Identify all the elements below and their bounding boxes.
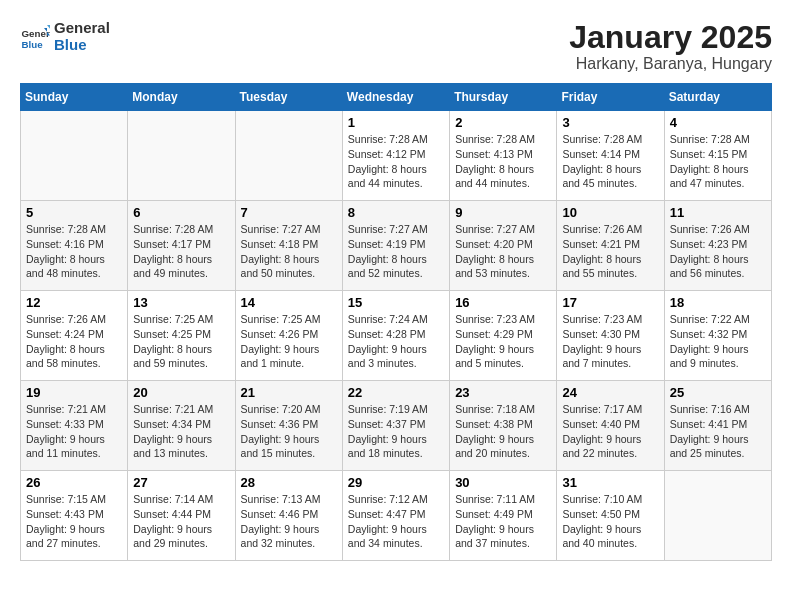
day-number: 5 bbox=[26, 205, 122, 220]
day-number: 25 bbox=[670, 385, 766, 400]
day-info: Sunrise: 7:27 AMSunset: 4:19 PMDaylight:… bbox=[348, 222, 444, 281]
day-info: Sunrise: 7:28 AMSunset: 4:15 PMDaylight:… bbox=[670, 132, 766, 191]
day-cell: 15Sunrise: 7:24 AMSunset: 4:28 PMDayligh… bbox=[342, 291, 449, 381]
day-cell: 26Sunrise: 7:15 AMSunset: 4:43 PMDayligh… bbox=[21, 471, 128, 561]
calendar-title: January 2025 bbox=[569, 20, 772, 55]
day-info: Sunrise: 7:28 AMSunset: 4:17 PMDaylight:… bbox=[133, 222, 229, 281]
day-number: 22 bbox=[348, 385, 444, 400]
calendar-header-row: SundayMondayTuesdayWednesdayThursdayFrid… bbox=[21, 84, 772, 111]
day-cell: 3Sunrise: 7:28 AMSunset: 4:14 PMDaylight… bbox=[557, 111, 664, 201]
day-cell: 10Sunrise: 7:26 AMSunset: 4:21 PMDayligh… bbox=[557, 201, 664, 291]
day-number: 7 bbox=[241, 205, 337, 220]
header-friday: Friday bbox=[557, 84, 664, 111]
day-number: 19 bbox=[26, 385, 122, 400]
day-number: 14 bbox=[241, 295, 337, 310]
week-row-2: 5Sunrise: 7:28 AMSunset: 4:16 PMDaylight… bbox=[21, 201, 772, 291]
day-cell bbox=[235, 111, 342, 201]
day-number: 6 bbox=[133, 205, 229, 220]
calendar-subtitle: Harkany, Baranya, Hungary bbox=[569, 55, 772, 73]
day-number: 2 bbox=[455, 115, 551, 130]
title-block: January 2025 Harkany, Baranya, Hungary bbox=[569, 20, 772, 73]
header-saturday: Saturday bbox=[664, 84, 771, 111]
day-cell: 17Sunrise: 7:23 AMSunset: 4:30 PMDayligh… bbox=[557, 291, 664, 381]
day-info: Sunrise: 7:27 AMSunset: 4:20 PMDaylight:… bbox=[455, 222, 551, 281]
week-row-1: 1Sunrise: 7:28 AMSunset: 4:12 PMDaylight… bbox=[21, 111, 772, 201]
day-cell: 21Sunrise: 7:20 AMSunset: 4:36 PMDayligh… bbox=[235, 381, 342, 471]
day-number: 20 bbox=[133, 385, 229, 400]
header-tuesday: Tuesday bbox=[235, 84, 342, 111]
day-info: Sunrise: 7:27 AMSunset: 4:18 PMDaylight:… bbox=[241, 222, 337, 281]
day-number: 18 bbox=[670, 295, 766, 310]
day-cell: 22Sunrise: 7:19 AMSunset: 4:37 PMDayligh… bbox=[342, 381, 449, 471]
day-number: 31 bbox=[562, 475, 658, 490]
header-monday: Monday bbox=[128, 84, 235, 111]
day-cell: 11Sunrise: 7:26 AMSunset: 4:23 PMDayligh… bbox=[664, 201, 771, 291]
day-info: Sunrise: 7:23 AMSunset: 4:29 PMDaylight:… bbox=[455, 312, 551, 371]
day-number: 1 bbox=[348, 115, 444, 130]
day-info: Sunrise: 7:10 AMSunset: 4:50 PMDaylight:… bbox=[562, 492, 658, 551]
header-wednesday: Wednesday bbox=[342, 84, 449, 111]
day-cell: 13Sunrise: 7:25 AMSunset: 4:25 PMDayligh… bbox=[128, 291, 235, 381]
day-cell bbox=[21, 111, 128, 201]
logo: General Blue General Blue bbox=[20, 20, 110, 53]
day-number: 13 bbox=[133, 295, 229, 310]
day-info: Sunrise: 7:15 AMSunset: 4:43 PMDaylight:… bbox=[26, 492, 122, 551]
day-info: Sunrise: 7:20 AMSunset: 4:36 PMDaylight:… bbox=[241, 402, 337, 461]
day-cell: 12Sunrise: 7:26 AMSunset: 4:24 PMDayligh… bbox=[21, 291, 128, 381]
day-cell: 19Sunrise: 7:21 AMSunset: 4:33 PMDayligh… bbox=[21, 381, 128, 471]
day-cell: 20Sunrise: 7:21 AMSunset: 4:34 PMDayligh… bbox=[128, 381, 235, 471]
day-number: 29 bbox=[348, 475, 444, 490]
svg-text:Blue: Blue bbox=[22, 38, 44, 49]
logo-icon: General Blue bbox=[20, 22, 50, 52]
calendar-table: SundayMondayTuesdayWednesdayThursdayFrid… bbox=[20, 83, 772, 561]
day-cell: 27Sunrise: 7:14 AMSunset: 4:44 PMDayligh… bbox=[128, 471, 235, 561]
day-cell: 18Sunrise: 7:22 AMSunset: 4:32 PMDayligh… bbox=[664, 291, 771, 381]
day-number: 3 bbox=[562, 115, 658, 130]
week-row-4: 19Sunrise: 7:21 AMSunset: 4:33 PMDayligh… bbox=[21, 381, 772, 471]
day-cell: 8Sunrise: 7:27 AMSunset: 4:19 PMDaylight… bbox=[342, 201, 449, 291]
day-number: 16 bbox=[455, 295, 551, 310]
day-number: 23 bbox=[455, 385, 551, 400]
logo-line2: Blue bbox=[54, 37, 110, 54]
day-info: Sunrise: 7:25 AMSunset: 4:26 PMDaylight:… bbox=[241, 312, 337, 371]
day-cell: 25Sunrise: 7:16 AMSunset: 4:41 PMDayligh… bbox=[664, 381, 771, 471]
day-number: 4 bbox=[670, 115, 766, 130]
day-info: Sunrise: 7:17 AMSunset: 4:40 PMDaylight:… bbox=[562, 402, 658, 461]
page-header: General Blue General Blue January 2025 H… bbox=[20, 20, 772, 73]
day-info: Sunrise: 7:25 AMSunset: 4:25 PMDaylight:… bbox=[133, 312, 229, 371]
day-info: Sunrise: 7:28 AMSunset: 4:13 PMDaylight:… bbox=[455, 132, 551, 191]
day-info: Sunrise: 7:21 AMSunset: 4:33 PMDaylight:… bbox=[26, 402, 122, 461]
day-info: Sunrise: 7:18 AMSunset: 4:38 PMDaylight:… bbox=[455, 402, 551, 461]
day-info: Sunrise: 7:26 AMSunset: 4:24 PMDaylight:… bbox=[26, 312, 122, 371]
day-cell: 16Sunrise: 7:23 AMSunset: 4:29 PMDayligh… bbox=[450, 291, 557, 381]
day-number: 24 bbox=[562, 385, 658, 400]
day-number: 9 bbox=[455, 205, 551, 220]
day-info: Sunrise: 7:21 AMSunset: 4:34 PMDaylight:… bbox=[133, 402, 229, 461]
day-number: 27 bbox=[133, 475, 229, 490]
day-cell: 4Sunrise: 7:28 AMSunset: 4:15 PMDaylight… bbox=[664, 111, 771, 201]
day-cell: 6Sunrise: 7:28 AMSunset: 4:17 PMDaylight… bbox=[128, 201, 235, 291]
day-info: Sunrise: 7:13 AMSunset: 4:46 PMDaylight:… bbox=[241, 492, 337, 551]
day-number: 21 bbox=[241, 385, 337, 400]
header-sunday: Sunday bbox=[21, 84, 128, 111]
day-cell: 14Sunrise: 7:25 AMSunset: 4:26 PMDayligh… bbox=[235, 291, 342, 381]
day-number: 15 bbox=[348, 295, 444, 310]
day-cell: 30Sunrise: 7:11 AMSunset: 4:49 PMDayligh… bbox=[450, 471, 557, 561]
day-cell: 2Sunrise: 7:28 AMSunset: 4:13 PMDaylight… bbox=[450, 111, 557, 201]
day-cell: 23Sunrise: 7:18 AMSunset: 4:38 PMDayligh… bbox=[450, 381, 557, 471]
day-cell: 7Sunrise: 7:27 AMSunset: 4:18 PMDaylight… bbox=[235, 201, 342, 291]
day-number: 10 bbox=[562, 205, 658, 220]
day-cell bbox=[664, 471, 771, 561]
day-info: Sunrise: 7:19 AMSunset: 4:37 PMDaylight:… bbox=[348, 402, 444, 461]
day-cell: 31Sunrise: 7:10 AMSunset: 4:50 PMDayligh… bbox=[557, 471, 664, 561]
day-number: 11 bbox=[670, 205, 766, 220]
day-cell: 24Sunrise: 7:17 AMSunset: 4:40 PMDayligh… bbox=[557, 381, 664, 471]
day-info: Sunrise: 7:16 AMSunset: 4:41 PMDaylight:… bbox=[670, 402, 766, 461]
logo-line1: General bbox=[54, 20, 110, 37]
day-number: 30 bbox=[455, 475, 551, 490]
day-info: Sunrise: 7:28 AMSunset: 4:14 PMDaylight:… bbox=[562, 132, 658, 191]
day-info: Sunrise: 7:26 AMSunset: 4:23 PMDaylight:… bbox=[670, 222, 766, 281]
week-row-3: 12Sunrise: 7:26 AMSunset: 4:24 PMDayligh… bbox=[21, 291, 772, 381]
day-info: Sunrise: 7:22 AMSunset: 4:32 PMDaylight:… bbox=[670, 312, 766, 371]
header-thursday: Thursday bbox=[450, 84, 557, 111]
